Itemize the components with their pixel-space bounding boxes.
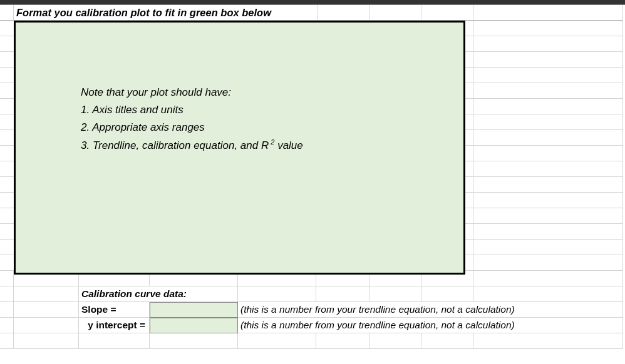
rowhead[interactable] — [0, 36, 14, 52]
yint-input-cell[interactable] — [150, 318, 238, 333]
rowhead[interactable] — [0, 271, 14, 286]
rowhead[interactable] — [0, 255, 14, 271]
cell[interactable] — [14, 286, 79, 302]
rowhead[interactable] — [0, 318, 14, 333]
cell[interactable] — [238, 286, 316, 302]
rowhead[interactable] — [0, 161, 14, 177]
rowhead[interactable] — [0, 302, 14, 318]
rowhead[interactable] — [0, 333, 14, 349]
cell[interactable] — [14, 318, 79, 333]
cell[interactable] — [14, 302, 79, 318]
yint-desc-cell[interactable]: (this is a number from your trendline eq… — [238, 318, 623, 333]
yint-label: y intercept = — [88, 320, 145, 331]
rowhead[interactable] — [0, 68, 14, 83]
rowhead[interactable] — [0, 83, 14, 99]
cell[interactable] — [150, 333, 238, 349]
plot-requirements-note: Note that your plot should have: 1. Axis… — [81, 84, 303, 154]
header-right-area[interactable] — [316, 5, 623, 21]
header-instruction-cell[interactable]: Format you calibration plot to fit in gr… — [14, 5, 316, 21]
right-cells[interactable] — [316, 333, 623, 349]
note-title: Note that your plot should have: — [81, 84, 303, 101]
calibration-heading-cell[interactable]: Calibration curve data: — [79, 286, 238, 302]
rowhead[interactable] — [0, 224, 14, 240]
rowhead[interactable] — [0, 208, 14, 224]
rowhead[interactable] — [0, 146, 14, 161]
rowhead[interactable] — [0, 114, 14, 130]
slope-label-cell[interactable]: Slope = — [79, 302, 150, 318]
row-head[interactable] — [0, 5, 14, 21]
slope-input-cell[interactable] — [150, 302, 238, 318]
cell[interactable] — [79, 333, 150, 349]
rowhead[interactable] — [0, 130, 14, 146]
note-item-1: 1. Axis titles and units — [81, 101, 303, 119]
rowhead[interactable] — [0, 240, 14, 255]
rowhead[interactable] — [0, 21, 14, 36]
window-top-chrome — [0, 0, 625, 5]
yint-label-cell[interactable]: y intercept = — [79, 318, 150, 333]
rowhead[interactable] — [0, 99, 14, 114]
cell[interactable] — [238, 333, 316, 349]
rowhead[interactable] — [0, 286, 14, 302]
note-item-3: 3. Trendline, calibration equation, and … — [81, 136, 303, 154]
calibration-heading: Calibration curve data: — [81, 288, 187, 300]
rowhead[interactable] — [0, 193, 14, 208]
slope-desc-cell[interactable]: (this is a number from your trendline eq… — [238, 302, 623, 318]
note-item-2: 2. Appropriate axis ranges — [81, 119, 303, 136]
rowhead[interactable] — [0, 52, 14, 68]
right-cells[interactable] — [316, 286, 623, 302]
rowhead[interactable] — [0, 177, 14, 193]
slope-label: Slope = — [81, 304, 116, 315]
yint-desc: (this is a number from your trendline eq… — [240, 320, 515, 331]
calibration-plot-box[interactable]: Note that your plot should have: 1. Axis… — [14, 21, 465, 275]
header-text: Format you calibration plot to fit in gr… — [16, 7, 271, 19]
spreadsheet-grid[interactable]: Format you calibration plot to fit in gr… — [0, 5, 625, 349]
slope-desc: (this is a number from your trendline eq… — [240, 304, 515, 315]
cell[interactable] — [14, 333, 79, 349]
